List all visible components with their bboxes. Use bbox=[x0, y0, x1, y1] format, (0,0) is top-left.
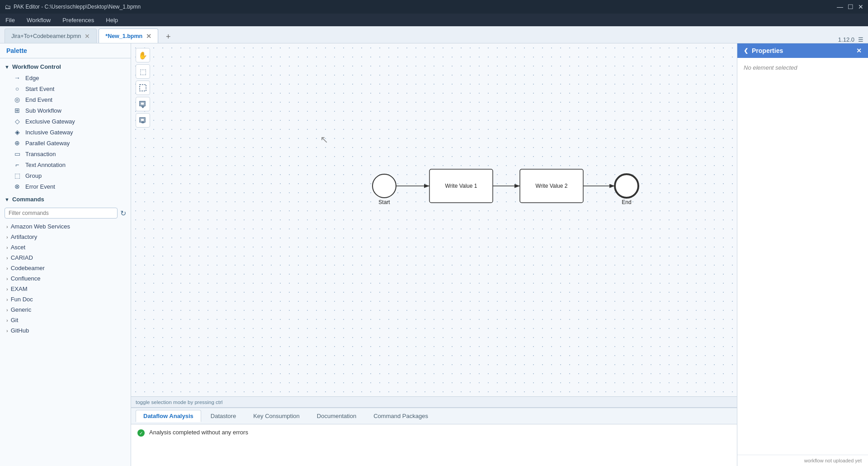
palette-item-end-label: End Event bbox=[25, 96, 52, 103]
bottom-content: ✓ Analysis completed without any errors bbox=[131, 424, 737, 466]
hand-tool-button[interactable]: ✋ bbox=[136, 48, 150, 62]
parallel-gateway-icon: ⊕ bbox=[13, 139, 22, 147]
cariad-chevron-icon: › bbox=[6, 255, 8, 261]
menu-workflow[interactable]: Workflow bbox=[25, 16, 52, 24]
tab-new1[interactable]: *New_1.bpmn ✕ bbox=[99, 29, 158, 43]
svg-text:Write Value 1: Write Value 1 bbox=[445, 183, 477, 189]
cmd-item-exam-label: EXAM bbox=[11, 285, 28, 292]
bottom-tab-datastore-label: Datastore bbox=[211, 413, 236, 419]
commands-section[interactable]: ▼ Commands bbox=[0, 194, 131, 205]
palette-item-start-event[interactable]: ○ Start Event bbox=[0, 83, 131, 94]
menu-file[interactable]: File bbox=[4, 16, 17, 24]
window-title: PAK Editor - C:\Users\schlepp\Desktop\Ne… bbox=[14, 4, 141, 10]
palette-item-text-annotation[interactable]: ⌐ Text Annotation bbox=[0, 159, 131, 170]
task2-node[interactable]: Write Value 2 bbox=[520, 169, 583, 203]
cmd-item-aws[interactable]: › Amazon Web Services bbox=[0, 221, 131, 232]
cmd-item-git-label: Git bbox=[11, 317, 19, 323]
menu-expand-button[interactable]: ☰ bbox=[858, 36, 863, 43]
minimize-button[interactable]: — bbox=[837, 3, 843, 10]
palette-item-error-event-label: Error Event bbox=[25, 183, 55, 190]
svg-rect-5 bbox=[141, 119, 144, 121]
export-tool-button[interactable] bbox=[136, 113, 150, 128]
title-icon: 🗂 bbox=[5, 3, 11, 10]
palette-item-transaction[interactable]: ▭ Transaction bbox=[0, 148, 131, 159]
palette-item-parallel-gateway[interactable]: ⊕ Parallel Gateway bbox=[0, 138, 131, 148]
properties-status: workflow not uploaded yet bbox=[737, 455, 868, 466]
svg-rect-0 bbox=[140, 85, 146, 91]
palette-item-sub-workflow[interactable]: ⊞ Sub Workflow bbox=[0, 105, 131, 116]
menu-help[interactable]: Help bbox=[104, 16, 120, 24]
cmd-item-fundoc[interactable]: › Fun Doc bbox=[0, 294, 131, 304]
palette-item-exclusive-gateway[interactable]: ◇ Exclusive Gateway bbox=[0, 116, 131, 127]
maximize-button[interactable]: ☐ bbox=[848, 3, 854, 10]
tab-jira-label: Jira+To+Codebeamer.bpmn bbox=[11, 33, 81, 39]
cmd-item-git[interactable]: › Git bbox=[0, 315, 131, 325]
cmd-item-cariad[interactable]: › CARIAD bbox=[0, 252, 131, 263]
tab-jira[interactable]: Jira+To+Codebeamer.bpmn ✕ bbox=[5, 29, 97, 43]
palette-item-sub-workflow-label: Sub Workflow bbox=[25, 107, 61, 114]
git-chevron-icon: › bbox=[6, 318, 8, 323]
cmd-item-aws-label: Amazon Web Services bbox=[11, 223, 70, 230]
commands-filter-row: ↻ bbox=[5, 208, 126, 219]
palette-item-group[interactable]: ⬚ Group bbox=[0, 170, 131, 181]
properties-body: No element selected bbox=[737, 58, 868, 455]
palette-item-inclusive-gateway[interactable]: ◈ Inclusive Gateway bbox=[0, 127, 131, 138]
end-event-node[interactable]: End bbox=[615, 174, 638, 205]
cmd-item-generic[interactable]: › Generic bbox=[0, 304, 131, 315]
bottom-tab-key-consumption[interactable]: Key Consumption bbox=[245, 410, 307, 422]
bottom-panel: Dataflow Analysis Datastore Key Consumpt… bbox=[131, 407, 737, 466]
palette-item-inclusive-gateway-label: Inclusive Gateway bbox=[25, 129, 73, 136]
import-tool-button[interactable] bbox=[136, 97, 150, 111]
svg-point-8 bbox=[373, 174, 396, 198]
properties-header: ❮ Properties ✕ bbox=[737, 43, 868, 58]
refresh-icon[interactable]: ↻ bbox=[120, 209, 126, 218]
cmd-item-codebeamer[interactable]: › Codebeamer bbox=[0, 263, 131, 273]
tab-new1-label: *New_1.bpmn bbox=[105, 33, 142, 39]
aws-chevron-icon: › bbox=[6, 224, 8, 229]
bottom-tab-documentation[interactable]: Documentation bbox=[309, 410, 364, 422]
cmd-item-generic-label: Generic bbox=[11, 306, 32, 313]
bottom-tab-documentation-label: Documentation bbox=[317, 413, 356, 419]
workflow-control-section[interactable]: ▼ Workflow Control bbox=[0, 61, 131, 72]
diagram-canvas[interactable]: Start Write Value 1 bbox=[131, 43, 737, 396]
commands-section-label: Commands bbox=[12, 196, 44, 203]
tab-jira-close[interactable]: ✕ bbox=[85, 33, 90, 40]
properties-close-button[interactable]: ✕ bbox=[856, 47, 862, 54]
menu-preferences[interactable]: Preferences bbox=[61, 16, 96, 24]
sub-workflow-icon: ⊞ bbox=[13, 107, 22, 114]
bottom-tab-command-packages[interactable]: Command Packages bbox=[366, 410, 436, 422]
cmd-item-codebeamer-label: Codebeamer bbox=[11, 265, 45, 271]
cmd-item-confluence[interactable]: › Confluence bbox=[0, 273, 131, 284]
cmd-item-ascet-label: Ascet bbox=[11, 244, 26, 251]
select-tool-button[interactable]: ⬚ bbox=[136, 64, 150, 79]
palette-item-parallel-gateway-label: Parallel Gateway bbox=[25, 140, 70, 147]
window-controls[interactable]: — ☐ ✕ bbox=[837, 3, 863, 10]
palette-item-end-event[interactable]: ◎ End Event bbox=[0, 94, 131, 105]
close-button[interactable]: ✕ bbox=[858, 3, 863, 10]
task1-node[interactable]: Write Value 1 bbox=[429, 169, 493, 203]
palette-item-start-label: Start Event bbox=[25, 86, 54, 92]
titlebar: 🗂 PAK Editor - C:\Users\schlepp\Desktop\… bbox=[0, 0, 868, 14]
start-event-node[interactable]: Start bbox=[373, 174, 396, 205]
tab-add-button[interactable]: + bbox=[162, 30, 175, 43]
cmd-item-confluence-label: Confluence bbox=[11, 275, 41, 282]
no-element-selected-text: No element selected bbox=[744, 64, 797, 71]
palette-item-edge[interactable]: → Edge bbox=[0, 72, 131, 83]
cmd-item-exam[interactable]: › EXAM bbox=[0, 284, 131, 294]
confluence-chevron-icon: › bbox=[6, 276, 8, 281]
cmd-item-ascet[interactable]: › Ascet bbox=[0, 242, 131, 252]
workflow-chevron-icon: ▼ bbox=[5, 64, 9, 70]
cmd-item-github[interactable]: › GitHub bbox=[0, 325, 131, 336]
sidebar: Palette ▼ Workflow Control → Edge ○ Star… bbox=[0, 43, 131, 466]
palette-header: Palette bbox=[0, 43, 131, 58]
tab-new1-close[interactable]: ✕ bbox=[146, 33, 151, 40]
dotted-select-tool-button[interactable] bbox=[136, 81, 150, 95]
palette-item-error-event[interactable]: ⊗ Error Event bbox=[0, 181, 131, 192]
bottom-tab-dataflow[interactable]: Dataflow Analysis bbox=[136, 410, 201, 422]
edge-icon: → bbox=[13, 74, 22, 81]
cmd-item-artifactory[interactable]: › Artifactory bbox=[0, 232, 131, 242]
transaction-icon: ▭ bbox=[13, 150, 22, 157]
filter-commands-input[interactable] bbox=[5, 208, 118, 219]
exam-chevron-icon: › bbox=[6, 286, 8, 292]
bottom-tab-datastore[interactable]: Datastore bbox=[203, 410, 244, 422]
